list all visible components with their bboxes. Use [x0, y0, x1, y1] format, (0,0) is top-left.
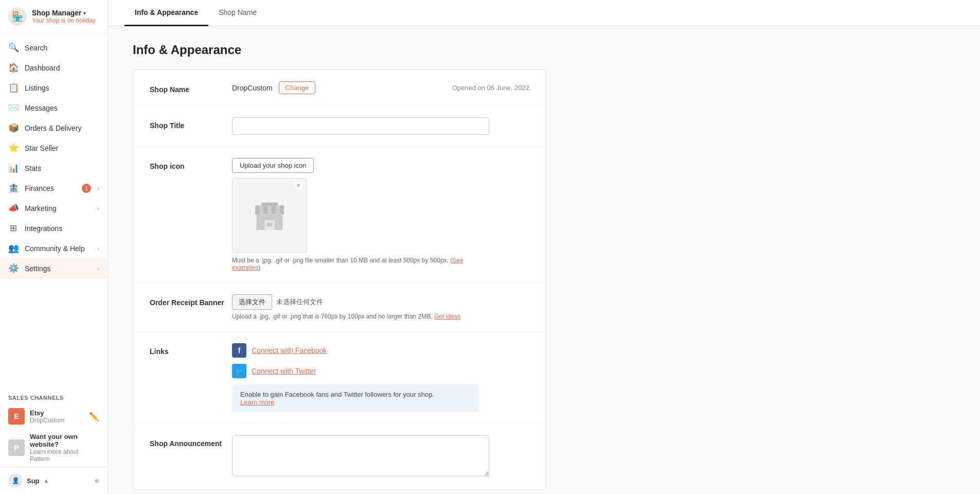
shop-title-input[interactable] — [232, 117, 489, 135]
sidebar-item-stats[interactable]: 📊 Stats — [0, 158, 108, 178]
shop-title-row: Shop Title — [133, 106, 546, 147]
close-icon[interactable]: × — [294, 181, 303, 190]
community-icon: 👥 — [8, 243, 19, 254]
pattern-sub: Learn more about Pattern — [30, 448, 99, 463]
connect-facebook-link[interactable]: Connect with Facebook — [252, 346, 327, 355]
connect-twitter-link[interactable]: Connect with Twitter — [252, 367, 316, 375]
chevron-up-icon[interactable]: ▲ — [44, 478, 49, 484]
sidebar-item-finances[interactable]: 🏦 Finances 1 › — [0, 178, 108, 198]
search-icon: 🔍 — [8, 42, 19, 53]
links-section: f Connect with Facebook 🐦 Connect with T… — [232, 343, 529, 412]
sidebar-nav: 🔍 Search 🏠 Dashboard 📋 Listings ✉️ Messa… — [0, 33, 108, 387]
store-placeholder-icon — [249, 195, 290, 236]
sidebar-header[interactable]: 🏪 Shop Manager ▾ Your shop is on holiday — [0, 0, 108, 33]
stats-icon: 📊 — [8, 163, 19, 173]
tab-info-appearance[interactable]: Info & Appearance — [124, 0, 208, 26]
shop-icon-label: Shop icon — [150, 158, 232, 170]
sidebar-item-label: Settings — [25, 264, 91, 273]
shop-name-row: Shop Name DropCustom Change Opened on 06… — [133, 70, 546, 106]
svg-rect-2 — [263, 205, 268, 215]
page-title: Info & Appearance — [133, 43, 546, 57]
learn-more-link[interactable]: Learn more — [240, 398, 274, 406]
collapse-icon[interactable]: « — [95, 476, 99, 485]
shop-icon-row: Shop icon Upload your shop icon × — [133, 147, 546, 283]
etsy-edit-icon[interactable]: ✏️ — [89, 412, 99, 421]
integrations-icon: ⊞ — [8, 223, 19, 234]
announcement-label: Shop Announcement — [150, 435, 232, 448]
sidebar-item-listings[interactable]: 📋 Listings — [0, 78, 108, 98]
username: Sup — [27, 477, 40, 485]
change-shop-name-button[interactable]: Change — [279, 81, 316, 94]
sidebar-title-text: Shop Manager — [32, 9, 81, 17]
announcement-textarea[interactable] — [232, 435, 489, 477]
shop-avatar: 🏪 — [8, 7, 27, 26]
sidebar-item-search[interactable]: 🔍 Search — [0, 38, 108, 58]
file-select-button[interactable]: 选择文件 — [232, 294, 272, 310]
marketing-icon: 📣 — [8, 203, 19, 214]
content-area: Info & Appearance Shop Name DropCustom C… — [108, 26, 571, 494]
opened-date: Opened on 06 June, 2022 — [452, 84, 529, 92]
sidebar-item-messages[interactable]: ✉️ Messages — [0, 98, 108, 118]
svg-rect-4 — [280, 205, 284, 215]
links-row: Links f Connect with Facebook 🐦 Connect … — [133, 332, 546, 424]
sidebar-item-label: Community & Help — [25, 244, 91, 253]
sidebar-title: Shop Manager ▾ — [32, 9, 96, 17]
etsy-avatar: E — [8, 408, 25, 425]
sidebar-item-marketing[interactable]: 📣 Marketing › — [0, 198, 108, 218]
messages-icon: ✉️ — [8, 102, 19, 113]
pattern-name: Want your own website? — [30, 433, 99, 448]
user-avatar: 👤 — [8, 473, 23, 488]
settings-icon: ⚙️ — [8, 263, 19, 274]
sidebar-item-orders[interactable]: 📦 Orders & Delivery — [0, 118, 108, 138]
sidebar-item-label: Search — [25, 44, 99, 52]
sidebar: 🏪 Shop Manager ▾ Your shop is on holiday… — [0, 0, 108, 494]
dropdown-arrow-icon[interactable]: ▾ — [83, 10, 86, 16]
svg-rect-3 — [272, 205, 276, 215]
get-ideas-link[interactable]: Get ideas — [434, 313, 460, 320]
sidebar-item-star-seller[interactable]: ⭐ Star Seller — [0, 138, 108, 158]
svg-rect-1 — [255, 205, 259, 215]
listings-icon: 📋 — [8, 82, 19, 93]
chevron-right-icon: › — [97, 185, 99, 191]
social-info-box: Enable to gain Facebook fans and Twitter… — [232, 384, 479, 412]
sidebar-item-settings[interactable]: ⚙️ Settings › — [0, 258, 108, 278]
shop-name-value: DropCustom — [232, 84, 273, 92]
shop-name-label: Shop Name — [150, 81, 232, 94]
sidebar-item-label: Integrations — [25, 224, 99, 233]
etsy-shop: DropCustom — [30, 417, 84, 424]
sidebar-subtitle: Your shop is on holiday — [32, 17, 96, 24]
svg-rect-10 — [261, 202, 278, 205]
sidebar-item-label: Orders & Delivery — [25, 124, 99, 132]
sidebar-footer: 👤 Sup ▲ « — [0, 467, 108, 494]
twitter-icon: 🐦 — [232, 364, 246, 378]
sidebar-item-label: Listings — [25, 84, 99, 92]
etsy-channel: E Etsy DropCustom ✏️ — [0, 404, 108, 429]
twitter-link-item: 🐦 Connect with Twitter — [232, 364, 529, 378]
etsy-name: Etsy — [30, 409, 84, 417]
sidebar-item-integrations[interactable]: ⊞ Integrations — [0, 218, 108, 238]
no-file-text: 未选择任何文件 — [276, 297, 323, 307]
shop-icon-preview: × — [232, 178, 307, 253]
announcement-row: Shop Announcement — [133, 424, 546, 489]
tab-info-appearance-label: Info & Appearance — [135, 8, 198, 16]
tab-shop-name[interactable]: Shop Name — [208, 0, 267, 26]
finances-icon: 🏦 — [8, 183, 19, 193]
sidebar-item-community[interactable]: 👥 Community & Help › — [0, 238, 108, 258]
chevron-right-icon: › — [97, 205, 99, 211]
facebook-link-item: f Connect with Facebook — [232, 343, 529, 358]
receipt-banner-row: Order Receipt Banner 选择文件 未选择任何文件 Upload… — [133, 283, 546, 332]
upload-shop-icon-button[interactable]: Upload your shop icon — [232, 158, 314, 173]
facebook-icon: f — [232, 343, 246, 358]
receipt-banner-label: Order Receipt Banner — [150, 294, 232, 307]
pattern-avatar: P — [8, 439, 25, 456]
links-label: Links — [150, 343, 232, 356]
sidebar-item-label: Stats — [25, 164, 99, 172]
sidebar-item-label: Finances — [25, 184, 76, 192]
sidebar-item-dashboard[interactable]: 🏠 Dashboard — [0, 58, 108, 78]
tab-shop-name-label: Shop Name — [219, 8, 257, 16]
sidebar-item-label: Messages — [25, 104, 99, 112]
social-info-text: Enable to gain Facebook fans and Twitter… — [240, 391, 434, 398]
pattern-channel[interactable]: P Want your own website? Learn more abou… — [0, 429, 108, 467]
star-icon: ⭐ — [8, 143, 19, 153]
svg-rect-0 — [255, 205, 284, 215]
